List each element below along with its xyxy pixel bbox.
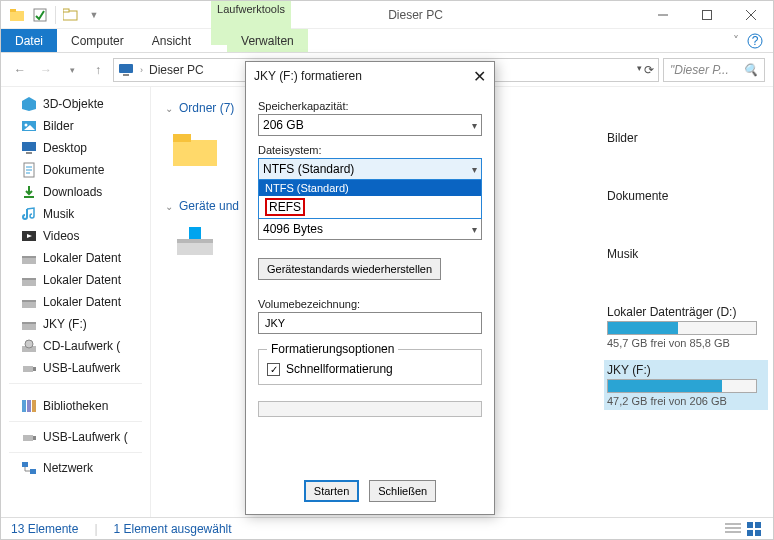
filesystem-dropdown: NTFS (Standard) REFS xyxy=(258,179,482,219)
app-icon[interactable] xyxy=(7,5,27,25)
svg-rect-59 xyxy=(755,522,761,528)
capacity-bar xyxy=(607,379,757,393)
folder-label[interactable]: Bilder xyxy=(607,131,765,145)
sidebar-item[interactable]: Desktop xyxy=(3,137,148,159)
svg-rect-0 xyxy=(10,11,24,21)
format-progress-bar xyxy=(258,401,482,417)
capacity-bar xyxy=(607,321,757,335)
svg-rect-30 xyxy=(23,366,33,372)
svg-rect-17 xyxy=(24,196,34,198)
svg-text:?: ? xyxy=(752,34,759,48)
sidebar-item[interactable]: Lokaler Datent xyxy=(3,247,148,269)
qat-dropdown-icon[interactable]: ▼ xyxy=(84,5,104,25)
sidebar-libraries[interactable]: Bibliotheken xyxy=(3,388,148,417)
maximize-button[interactable] xyxy=(685,1,729,29)
search-box[interactable]: "Dieser P... 🔍 xyxy=(663,58,765,82)
svg-rect-50 xyxy=(189,227,201,239)
refresh-icon[interactable]: ⟳ xyxy=(644,63,654,77)
svg-rect-49 xyxy=(177,239,213,243)
close-dialog-button[interactable]: Schließen xyxy=(369,480,436,502)
recent-dropdown[interactable]: ▾ xyxy=(61,59,83,81)
file-tab[interactable]: Datei xyxy=(1,29,57,52)
drive-tile[interactable] xyxy=(165,223,225,259)
svg-rect-32 xyxy=(22,400,26,412)
qat-new-folder-icon[interactable] xyxy=(61,5,81,25)
svg-rect-57 xyxy=(725,531,741,533)
tab-view[interactable]: Ansicht xyxy=(138,29,205,52)
chevron-down-icon: ⌄ xyxy=(165,201,173,212)
volume-label-input[interactable] xyxy=(258,312,482,334)
minimize-button[interactable] xyxy=(641,1,685,29)
sidebar-item[interactable]: Lokaler Datent xyxy=(3,269,148,291)
sidebar-usb-drive[interactable]: USB-Laufwerk ( xyxy=(3,426,148,448)
sidebar-item[interactable]: Bilder xyxy=(3,115,148,137)
optical-icon xyxy=(21,338,37,354)
contextual-tab-label: Laufwerktools xyxy=(211,1,291,17)
folder-label[interactable]: Dokumente xyxy=(607,189,765,203)
fs-option-refs[interactable]: REFS xyxy=(259,196,481,218)
sidebar-item[interactable]: JKY (F:) xyxy=(3,313,148,335)
svg-rect-37 xyxy=(22,462,28,467)
address-dropdown-icon[interactable]: ▾ xyxy=(637,63,642,77)
sidebar-item[interactable]: Downloads xyxy=(3,181,148,203)
svg-marker-10 xyxy=(22,97,36,111)
dialog-close-button[interactable]: ✕ xyxy=(473,67,486,86)
qat-properties-icon[interactable] xyxy=(30,5,50,25)
drive-item-selected[interactable]: JKY (F:) 47,2 GB frei von 206 GB xyxy=(604,360,768,410)
ribbon-tabs: Datei Computer Ansicht Verwalten ˅ ? xyxy=(1,29,773,53)
chevron-down-icon: ▾ xyxy=(472,120,477,131)
format-dialog: JKY (F:) formatieren ✕ Speicherkapazität… xyxy=(245,61,495,515)
sidebar-item[interactable]: CD-Laufwerk ( xyxy=(3,335,148,357)
tab-manage[interactable]: Verwalten xyxy=(227,29,308,52)
svg-rect-33 xyxy=(27,400,31,412)
ribbon-collapse-icon[interactable]: ˅ xyxy=(733,34,739,48)
folder-label[interactable]: Musik xyxy=(607,247,765,261)
sidebar-network[interactable]: Netzwerk xyxy=(3,457,148,479)
sidebar-item[interactable]: Dokumente xyxy=(3,159,148,181)
svg-rect-34 xyxy=(32,400,36,412)
dialog-title: JKY (F:) formatieren xyxy=(254,69,362,83)
drive-item[interactable]: Lokaler Datenträger (D:) 45,7 GB frei vo… xyxy=(607,305,765,349)
sidebar-item[interactable]: Videos xyxy=(3,225,148,247)
svg-rect-38 xyxy=(30,469,36,474)
folder-tile[interactable] xyxy=(165,125,225,175)
back-button[interactable]: ← xyxy=(9,59,31,81)
fs-option-ntfs[interactable]: NTFS (Standard) xyxy=(259,180,481,196)
network-icon xyxy=(21,460,37,476)
sidebar-item[interactable]: 3D-Objekte xyxy=(3,93,148,115)
music-icon xyxy=(21,206,37,222)
svg-rect-8 xyxy=(119,64,133,73)
sidebar-item[interactable]: Lokaler Datent xyxy=(3,291,148,313)
quick-format-checkbox[interactable]: ✓ Schnellformatierung xyxy=(267,362,473,376)
forward-button[interactable]: → xyxy=(35,59,57,81)
filesystem-combo[interactable]: NTFS (Standard) ▾ NTFS (Standard) REFS xyxy=(258,158,482,180)
help-icon[interactable]: ? xyxy=(747,33,763,49)
tab-computer[interactable]: Computer xyxy=(57,29,138,52)
selection-count: 1 Element ausgewählt xyxy=(114,522,232,536)
volume-label-label: Volumebezeichnung: xyxy=(258,298,482,310)
svg-point-12 xyxy=(25,124,28,127)
svg-rect-40 xyxy=(173,134,191,142)
start-button[interactable]: Starten xyxy=(304,480,359,502)
restore-defaults-button[interactable]: Gerätestandards wiederherstellen xyxy=(258,258,441,280)
dialog-titlebar[interactable]: JKY (F:) formatieren ✕ xyxy=(246,62,494,90)
svg-rect-36 xyxy=(33,436,36,440)
allocation-combo[interactable]: 4096 Bytes ▾ xyxy=(258,218,482,240)
large-icons-view-icon[interactable] xyxy=(747,522,763,536)
svg-rect-26 xyxy=(22,324,36,330)
close-button[interactable] xyxy=(729,1,773,29)
sidebar-item[interactable]: USB-Laufwerk xyxy=(3,357,148,379)
sidebar-item[interactable]: Musik xyxy=(3,203,148,225)
capacity-combo[interactable]: 206 GB ▾ xyxy=(258,114,482,136)
svg-rect-14 xyxy=(22,142,36,151)
details-view-icon[interactable] xyxy=(725,522,741,536)
capacity-label: Speicherkapazität: xyxy=(258,100,482,112)
svg-rect-4 xyxy=(63,9,69,12)
up-button[interactable]: ↑ xyxy=(87,59,109,81)
checkbox-checked-icon: ✓ xyxy=(267,363,280,376)
chevron-down-icon: ▾ xyxy=(472,164,477,175)
svg-rect-48 xyxy=(177,243,213,255)
drive-icon xyxy=(21,272,37,288)
window-controls xyxy=(641,1,773,29)
svg-rect-15 xyxy=(26,152,32,154)
